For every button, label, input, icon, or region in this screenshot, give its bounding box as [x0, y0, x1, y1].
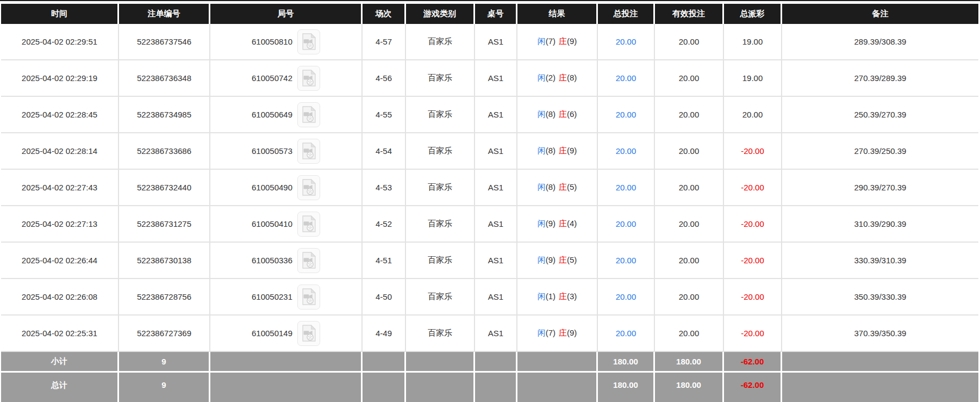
round-id-text: 610050336	[252, 256, 292, 265]
video-replay-button[interactable]	[297, 66, 320, 91]
cell-game-type: 百家乐	[406, 133, 475, 170]
cell-valid-bet: 20.00	[655, 24, 724, 60]
cell-table-no: AS1	[475, 97, 517, 133]
total-bet-link[interactable]: 20.00	[616, 256, 636, 265]
cell-round-id: 610050336	[210, 243, 363, 279]
video-replay-button[interactable]	[297, 139, 320, 164]
total-bet-link[interactable]: 20.00	[616, 183, 636, 192]
result-banker-score: (3)	[567, 292, 577, 301]
total-bet-link[interactable]: 20.00	[616, 110, 636, 119]
subtotal-empty-round	[210, 352, 363, 373]
round-id-text: 610050410	[252, 219, 292, 228]
result-player-label: 闲	[538, 36, 546, 46]
grand-total-empty-table	[475, 373, 517, 402]
video-file-icon	[302, 288, 316, 305]
cell-total-payout: 19.00	[724, 24, 782, 60]
cell-round-id: 610050231	[210, 279, 363, 316]
cell-round-id: 610050490	[210, 170, 363, 206]
result-banker-label: 庄	[559, 219, 567, 228]
cell-valid-bet: 20.00	[655, 170, 724, 206]
cell-session: 4-53	[363, 170, 406, 206]
result-player-score: (8)	[546, 146, 555, 155]
total-bet-link[interactable]: 20.00	[616, 292, 636, 301]
video-replay-button[interactable]	[297, 212, 320, 237]
cell-total-bet: 20.00	[598, 279, 655, 316]
cell-time: 2025-04-02 02:29:19	[1, 60, 119, 97]
cell-time: 2025-04-02 02:27:43	[1, 170, 119, 206]
col-total-payout: 总派彩	[724, 4, 782, 24]
video-replay-button[interactable]	[297, 248, 320, 273]
table-header-row: 时间 注单编号 局号 场次 游戏类别 桌号 结果 总投注 有效投注 总派彩 备注	[1, 4, 978, 24]
subtotal-empty-game	[406, 352, 475, 373]
result-banker-label: 庄	[559, 292, 567, 301]
result-player-label: 闲	[538, 219, 546, 228]
round-id-text: 610050742	[252, 73, 292, 83]
cell-game-type: 百家乐	[406, 60, 475, 97]
result-player-score: (9)	[546, 219, 555, 228]
cell-table-no: AS1	[475, 133, 517, 170]
video-file-icon	[302, 325, 316, 342]
cell-session: 4-51	[363, 243, 406, 279]
cell-time: 2025-04-02 02:26:08	[1, 279, 119, 316]
video-file-icon	[302, 33, 316, 50]
subtotal-empty-table	[475, 352, 517, 373]
result-player-score: (7)	[546, 328, 555, 337]
result-player-label: 闲	[538, 73, 546, 82]
cell-table-no: AS1	[475, 316, 517, 352]
result-banker-label: 庄	[559, 73, 567, 82]
cell-table-no: AS1	[475, 243, 517, 279]
cell-result: 闲(7)庄(9)	[517, 316, 598, 352]
col-remark: 备注	[782, 4, 978, 24]
grand-total-valid-bet: 180.00	[655, 373, 724, 402]
result-banker-label: 庄	[559, 255, 567, 264]
subtotal-valid-bet: 180.00	[655, 352, 724, 373]
total-bet-link[interactable]: 20.00	[616, 73, 636, 83]
cell-remark: 290.39/270.39	[782, 170, 978, 206]
cell-game-type: 百家乐	[406, 97, 475, 133]
video-replay-button[interactable]	[297, 29, 320, 54]
round-id-text: 610050573	[252, 146, 292, 156]
result-player-label: 闲	[538, 292, 546, 301]
cell-table-no: AS1	[475, 279, 517, 316]
video-replay-button[interactable]	[297, 321, 320, 346]
video-replay-button[interactable]	[297, 175, 320, 200]
cell-round-id: 610050742	[210, 60, 363, 97]
total-bet-link[interactable]: 20.00	[616, 329, 636, 338]
result-player-score: (8)	[546, 182, 555, 191]
total-bet-link[interactable]: 20.00	[616, 219, 636, 228]
cell-total-payout: -20.00	[724, 133, 782, 170]
table-row: 2025-04-02 02:28:14 522386733686 6100505…	[1, 133, 978, 170]
video-file-icon	[302, 70, 316, 86]
cell-result: 闲(8)庄(9)	[517, 133, 598, 170]
video-replay-button[interactable]	[297, 285, 320, 310]
bet-history-page: 时间 注单编号 局号 场次 游戏类别 桌号 结果 总投注 有效投注 总派彩 备注…	[0, 0, 980, 402]
subtotal-total-bet: 180.00	[598, 352, 655, 373]
video-replay-button[interactable]	[297, 102, 320, 127]
result-player-label: 闲	[538, 182, 546, 191]
video-file-icon	[302, 215, 316, 232]
cell-bet-id: 522386730138	[119, 243, 210, 279]
result-player-label: 闲	[538, 109, 546, 119]
result-player-score: (7)	[546, 36, 555, 46]
cell-total-bet: 20.00	[598, 24, 655, 60]
cell-total-payout: -20.00	[724, 170, 782, 206]
video-file-icon	[302, 143, 316, 159]
cell-table-no: AS1	[475, 60, 517, 97]
cell-time: 2025-04-02 02:28:14	[1, 133, 119, 170]
result-player-score: (8)	[546, 109, 555, 119]
cell-game-type: 百家乐	[406, 206, 475, 243]
cell-remark: 289.39/308.39	[782, 24, 978, 60]
subtotal-label: 小计	[1, 352, 119, 373]
video-file-icon	[302, 252, 316, 269]
round-id-text: 610050810	[252, 37, 292, 46]
subtotal-empty-session	[363, 352, 406, 373]
cell-bet-id: 522386733686	[119, 133, 210, 170]
result-banker-score: (9)	[567, 328, 577, 337]
total-bet-link[interactable]: 20.00	[616, 146, 636, 156]
cell-game-type: 百家乐	[406, 243, 475, 279]
cell-total-bet: 20.00	[598, 60, 655, 97]
total-bet-link[interactable]: 20.00	[616, 37, 636, 46]
grand-total-empty-session	[363, 373, 406, 402]
result-banker-score: (5)	[567, 255, 577, 264]
cell-result: 闲(8)庄(5)	[517, 170, 598, 206]
